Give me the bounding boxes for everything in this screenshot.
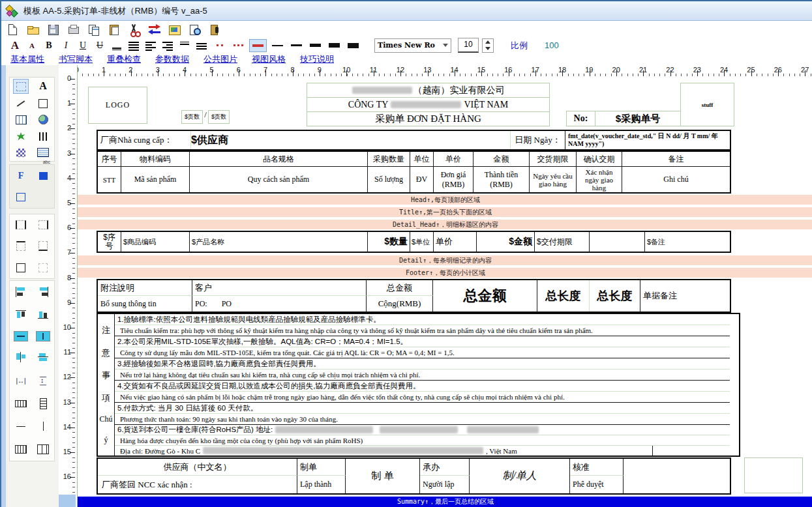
page-number-field[interactable]: $页数 <box>181 110 203 124</box>
signature-table[interactable]: 供应商（中文名） 厂商签回 NCC xác nhận : 制单 Lập thàn… <box>97 457 731 495</box>
bold-icon[interactable]: B <box>42 40 56 51</box>
detail-field-empty[interactable] <box>590 232 645 252</box>
linestyle-5px[interactable] <box>345 40 361 51</box>
stuff-box[interactable]: stuff <box>680 83 734 126</box>
new-icon[interactable] <box>7 23 20 36</box>
linestyle-dot2-red[interactable] <box>211 40 228 51</box>
swap-arrows-icon[interactable] <box>148 23 161 36</box>
logo-box[interactable]: LOGO <box>88 87 147 124</box>
tab-shared-images[interactable]: 公共图片 <box>203 53 237 65</box>
linestyle-dash-red-selected[interactable] <box>249 39 267 52</box>
align-right-edges-icon[interactable] <box>36 285 50 299</box>
font-size-input[interactable]: 10 <box>458 38 479 53</box>
tab-view-style[interactable]: 视图风格 <box>252 53 286 65</box>
border-top-icon[interactable] <box>14 239 28 253</box>
align-top-icon[interactable] <box>177 40 192 51</box>
border-lr-icon[interactable] <box>14 218 28 232</box>
font-large-icon[interactable]: A <box>8 39 22 52</box>
equal-cols-icon[interactable] <box>14 397 28 411</box>
align-bottom-edges-icon[interactable] <box>36 308 50 322</box>
font-size-spinner[interactable] <box>482 38 494 53</box>
detail-field[interactable]: $数量 <box>368 232 410 252</box>
company-name-vn[interactable]: CÔNG TY VIỆT NAM <box>307 97 550 112</box>
outline-rect-tool[interactable] <box>14 190 28 204</box>
footer-po-field[interactable]: PO:PO <box>192 296 367 311</box>
border-bottom-icon[interactable] <box>36 239 50 253</box>
v-line-icon[interactable] <box>36 420 50 433</box>
same-height-icon[interactable] <box>36 331 50 341</box>
image-tool[interactable] <box>36 113 50 126</box>
grid-large-icon[interactable] <box>36 442 50 456</box>
footer-total-amount-field[interactable]: 总金额 <box>433 280 537 311</box>
align-left-icon[interactable] <box>143 40 158 51</box>
center-horizontal-icon[interactable] <box>14 351 28 364</box>
italic-icon[interactable]: I <box>59 40 73 51</box>
pattern-tool[interactable] <box>14 146 28 160</box>
font-select[interactable]: Times New Ro <box>374 38 451 53</box>
detail-field[interactable]: $金额 <box>477 232 535 252</box>
save-icon[interactable] <box>47 23 60 36</box>
band-head[interactable]: Head↑,每页顶部的区域 <box>78 195 812 205</box>
notes-table[interactable]: 注意事項 Chúý 1.撿驗標準:依照本公司進料撿驗規範與电线類産品撿驗規範及産… <box>97 313 740 457</box>
fill-rect-tool[interactable] <box>36 169 50 182</box>
copy-icon[interactable] <box>87 23 100 36</box>
border-right-icon[interactable] <box>36 218 50 232</box>
company-header[interactable]: （越南）实业有限公司 CÔNG TY VIỆT NAM 采购单 ĐƠN ĐẶT … <box>307 83 550 126</box>
detail-field[interactable]: 单价 <box>434 232 477 252</box>
export-icon[interactable] <box>209 23 222 36</box>
footer-summary-row[interactable]: 附注說明 Bổ sung thông tin 客户 PO:PO 总金额 Cộng… <box>97 279 731 313</box>
align-left-edges-icon[interactable] <box>14 285 28 299</box>
order-no-field[interactable]: No: $采购单号 <box>566 111 681 126</box>
align-justify-icon[interactable] <box>194 40 209 51</box>
border-all-icon[interactable] <box>14 261 28 274</box>
footer-doc-note[interactable]: 单据备注 <box>640 280 730 311</box>
sign-empty-cell[interactable] <box>624 459 730 493</box>
band-footer[interactable]: Footer↑，每页的小计区域 <box>78 268 812 278</box>
band-summary[interactable]: Summary↑，最后一页总结的区域 <box>78 497 812 507</box>
border-none-icon[interactable] <box>36 261 50 274</box>
tab-script[interactable]: 书写脚本 <box>59 53 93 65</box>
rect-tool[interactable] <box>36 96 50 110</box>
sign-maker-field[interactable]: 制 单 <box>346 459 420 493</box>
tab-tips[interactable]: 技巧说明 <box>300 53 334 65</box>
detail-field[interactable]: $交付期限 <box>535 232 590 252</box>
underline-icon[interactable]: U <box>76 40 90 51</box>
sign-preparer-field[interactable]: 制/单人 <box>470 459 570 493</box>
table-tool[interactable] <box>14 113 28 126</box>
supplier-date-row[interactable]: 厂商Nhà cung cấp： $供应商 日期 Ngày： fmt_date(v… <box>97 130 731 151</box>
listbox-tool[interactable]: abc <box>36 146 50 160</box>
align-top-edges-icon[interactable] <box>14 308 28 322</box>
print-preview-icon[interactable] <box>67 23 80 36</box>
linestyle-2px[interactable] <box>288 40 305 51</box>
footer-total-length-1[interactable]: 总长度 <box>537 280 590 311</box>
company-name-cn[interactable]: （越南）实业有限公司 <box>307 83 550 98</box>
grid-header[interactable]: 序号 物料编码 品名规格 采购数量 单位 单价 金额 交货期限 确认交期 备注 … <box>97 151 731 194</box>
detail-field[interactable]: $备注 <box>645 232 730 252</box>
cut-icon[interactable] <box>128 23 141 36</box>
same-width-icon[interactable] <box>14 331 28 341</box>
h-line-icon[interactable] <box>14 420 28 433</box>
linestyle-dot3-red[interactable] <box>230 40 247 51</box>
detail-field[interactable]: $序号 <box>98 232 121 252</box>
supplier-value-field[interactable]: $供应商 <box>190 131 451 149</box>
detail-field[interactable]: $商品编码 <box>121 232 190 252</box>
page-count-field[interactable]: $页数 <box>208 110 230 124</box>
line-tool[interactable] <box>14 96 28 110</box>
select-tool[interactable] <box>13 79 29 94</box>
linestyle-3px[interactable] <box>307 40 323 51</box>
detail-row[interactable]: $序号 $商品编码 $产品名称 $数量 $单位 单价 $金额 $交付期限 $备注 <box>97 231 731 253</box>
picture-folder-icon[interactable] <box>168 23 181 36</box>
vlines-tool[interactable] <box>36 130 50 143</box>
tab-basic-props[interactable]: 基本属性 <box>10 53 44 65</box>
grid-small-icon[interactable] <box>14 442 28 456</box>
linestyle-1px[interactable] <box>269 40 286 51</box>
v-spacing-icon[interactable]: |↔| <box>37 373 50 388</box>
tab-overlap-check[interactable]: 重叠检查 <box>107 53 141 65</box>
barcode-tool[interactable] <box>14 130 28 143</box>
center-vertical-icon[interactable] <box>36 351 50 364</box>
footer-total-length-2[interactable]: 总长度 <box>590 280 640 311</box>
text-tool[interactable]: A <box>36 79 50 93</box>
align-right-icon[interactable] <box>160 40 175 51</box>
strikethrough-icon[interactable]: U <box>93 40 107 51</box>
band-detail[interactable]: Detail↑，每条明细记录的内容 <box>78 255 812 265</box>
